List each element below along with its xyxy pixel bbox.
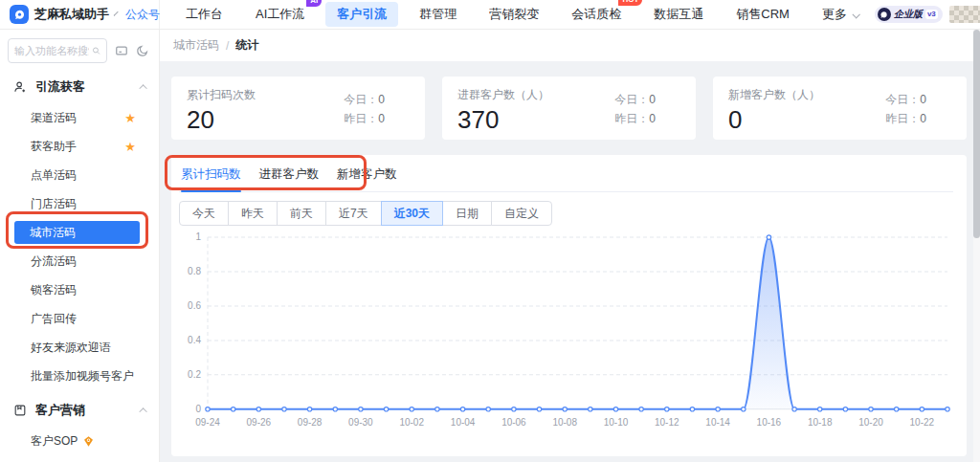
account-type-link[interactable]: 公众号: [125, 7, 160, 23]
user-name-redacted: [949, 6, 980, 23]
header-right: 企业版 v3: [875, 6, 980, 23]
chart-panel: 累计扫码数 进群客户数 新增客户数 今天 昨天 前天 近7天 近30天 日期 自…: [171, 155, 967, 456]
tab-total-scans[interactable]: 累计扫码数: [181, 166, 241, 191]
svg-text:10-12: 10-12: [655, 417, 679, 428]
stats-row: 累计扫码次数 20 今日：0 昨日：0 进群客户数（人） 370 今日：0: [171, 77, 967, 140]
ai-badge: AI: [306, 0, 322, 7]
svg-text:09-28: 09-28: [298, 417, 323, 428]
nav-data-exchange[interactable]: 数据互通: [642, 2, 715, 27]
section-collapse-icon[interactable]: [139, 84, 146, 92]
svg-text:0.2: 0.2: [188, 369, 201, 380]
svg-text:10-10: 10-10: [604, 417, 629, 428]
area-line-chart: 00.20.40.60.8109-2409-2609-2809-3010-021…: [179, 230, 953, 432]
section-collapse-icon[interactable]: [139, 407, 146, 415]
sidebar-item-lock-customer-qr[interactable]: 锁客活码: [0, 275, 159, 304]
edition-logo-icon: [878, 8, 891, 21]
app-logo-icon: [10, 5, 29, 24]
section-label: 客户营销: [35, 402, 85, 419]
hot-badge: HOT: [618, 0, 642, 6]
more-chevron-down-icon: [852, 11, 859, 18]
panel-icon[interactable]: [115, 44, 128, 57]
sidebar-item-split-qr[interactable]: 分流活码: [0, 247, 159, 275]
top-navbar: 芝麻私域助手 公众号 工作台 AI工作流AI 客户引流 群管理 营销裂变 会话质…: [0, 0, 980, 30]
sidebar-item-order-qr[interactable]: 点单活码: [0, 161, 159, 189]
edition-version: v3: [925, 10, 938, 19]
stat-value: 370: [457, 106, 549, 134]
stat-title: 新增客户数（人）: [728, 87, 820, 103]
filter-last-30-days[interactable]: 近30天: [381, 201, 443, 226]
svg-text:0.8: 0.8: [188, 266, 201, 276]
nav-group-management[interactable]: 群管理: [408, 2, 468, 27]
sidebar-search-row: [0, 30, 159, 71]
svg-text:10-18: 10-18: [808, 417, 833, 428]
section-label: 引流获客: [35, 78, 85, 96]
stat-side: 今日：0 昨日：0: [885, 90, 926, 128]
svg-text:10-20: 10-20: [858, 417, 883, 428]
sidebar-item-acquisition-assistant[interactable]: 获客助手 ★: [0, 132, 159, 161]
scrollbar-thumb[interactable]: [973, 30, 980, 238]
date-filter-group: 今天 昨天 前天 近7天 近30天 日期 自定义: [179, 201, 953, 226]
edition-badge: 企业版 v3: [875, 6, 943, 23]
chart-area: 00.20.40.60.8109-2409-2609-2809-3010-021…: [179, 230, 953, 436]
sidebar-item-batch-add-video-customers[interactable]: 批量添加视频号客户: [0, 362, 159, 390]
sidebar-search-box: [8, 38, 107, 63]
gem-icon: [82, 435, 95, 448]
stat-side: 今日：0 昨日：0: [614, 90, 656, 128]
brand-chevron-down-icon[interactable]: [114, 11, 119, 16]
nav-workbench[interactable]: 工作台: [174, 2, 234, 27]
tab-new-customers[interactable]: 新增客户数: [337, 166, 397, 191]
nav-ai-workflow[interactable]: AI工作流AI: [244, 2, 316, 27]
content-area: 城市活码 / 统计 累计扫码次数 20 今日：0 昨日：0: [160, 30, 980, 462]
svg-text:10-16: 10-16: [757, 417, 782, 428]
metric-tabs: 累计扫码数 进群客户数 新增客户数: [179, 165, 953, 192]
app-window: 芝麻私域助手 公众号 工作台 AI工作流AI 客户引流 群管理 营销裂变 会话质…: [0, 0, 980, 462]
filter-today[interactable]: 今天: [179, 201, 229, 226]
svg-text:10-08: 10-08: [552, 417, 577, 428]
stat-title: 进群客户数（人）: [457, 87, 549, 103]
svg-text:10-22: 10-22: [910, 417, 935, 428]
sidebar-section-marketing[interactable]: 客户营销: [0, 394, 159, 427]
moon-icon[interactable]: [136, 44, 149, 57]
nav-chat-inspection[interactable]: 会话质检HOT: [560, 2, 633, 27]
svg-text:10-14: 10-14: [705, 417, 730, 428]
stat-card-group-customers: 进群客户数（人） 370 今日：0 昨日：0: [442, 77, 696, 140]
svg-text:10-02: 10-02: [399, 417, 424, 428]
sidebar-item-customer-sop[interactable]: 客户SOP: [0, 427, 159, 455]
tab-group-customers[interactable]: 进群客户数: [259, 166, 320, 191]
main-nav: 工作台 AI工作流AI 客户引流 群管理 营销裂变 会话质检HOT 数据互通 销…: [169, 2, 875, 27]
brand-area[interactable]: 芝麻私域助手 公众号: [0, 0, 160, 29]
svg-text:09-24: 09-24: [195, 417, 220, 428]
sidebar-item-friend-source-welcome[interactable]: 好友来源欢迎语: [0, 333, 159, 362]
svg-text:1: 1: [195, 231, 201, 242]
sidebar-item-channel-qr[interactable]: 渠道活码 ★: [0, 103, 159, 132]
sidebar-item-customer-broadcast[interactable]: 客户群发: [0, 455, 159, 462]
scrollbar-track[interactable]: [973, 30, 980, 462]
stat-card-new-customers: 新增客户数（人） 0 今日：0 昨日：0: [713, 77, 967, 140]
breadcrumb-parent[interactable]: 城市活码: [173, 37, 219, 54]
breadcrumb-current: 统计: [235, 37, 258, 54]
stat-value: 0: [728, 106, 820, 134]
filter-yesterday[interactable]: 昨天: [228, 201, 278, 226]
sidebar-item-city-qr[interactable]: 城市活码: [0, 218, 159, 247]
breadcrumb: 城市活码 / 统计: [160, 30, 980, 61]
star-icon: ★: [124, 141, 136, 153]
svg-text:10-06: 10-06: [501, 417, 526, 428]
sidebar-item-store-qr[interactable]: 门店活码: [0, 189, 159, 218]
star-icon: ★: [124, 112, 136, 124]
search-input[interactable]: [14, 45, 89, 56]
nav-marketing-fission[interactable]: 营销裂变: [478, 2, 550, 27]
filter-day-before[interactable]: 前天: [277, 201, 326, 226]
filter-date[interactable]: 日期: [442, 201, 492, 226]
filter-last-7-days[interactable]: 近7天: [325, 201, 382, 226]
filter-custom[interactable]: 自定义: [491, 201, 552, 226]
user-plus-icon: [13, 80, 27, 94]
sidebar-section-acquisition[interactable]: 引流获客: [0, 71, 159, 103]
nav-more[interactable]: 更多: [811, 2, 870, 27]
nav-sales-crm[interactable]: 销售CRM: [724, 2, 801, 27]
svg-text:0.4: 0.4: [188, 335, 201, 345]
nav-customer-acquisition[interactable]: 客户引流: [325, 2, 398, 27]
app-title: 芝麻私域助手: [34, 6, 109, 23]
search-icon: [92, 45, 100, 56]
folder-icon: [13, 404, 27, 417]
sidebar-item-ad-callback[interactable]: 广告回传: [0, 304, 159, 333]
